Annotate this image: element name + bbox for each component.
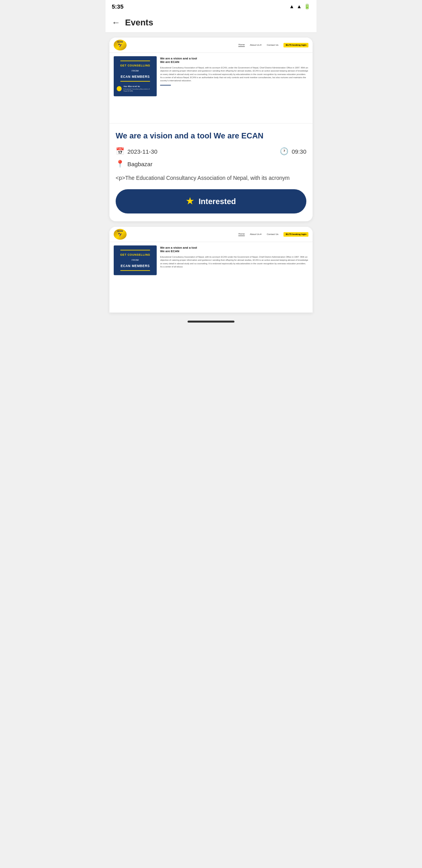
event-info-1: We are a vision and a tool We are ECAN 📅… [109, 124, 313, 221]
signal-icon: ▲ [297, 4, 302, 9]
preview-banner-2: GET COUNSELLING FROM ECAN MEMBERS [114, 246, 157, 275]
event-location-text-1: Bagbazar [127, 161, 152, 167]
event-location-1: 📍 Bagbazar [116, 160, 306, 168]
preview-desc-1: We are a vision and a toolWe are ECAN Ed… [160, 56, 309, 96]
status-time: 5:35 [112, 3, 123, 10]
clock-icon-1: 🕐 [280, 147, 288, 156]
star-icon-1: ★ [186, 196, 194, 206]
home-bar [188, 321, 234, 323]
banner-text-from-1: FROM [132, 70, 139, 72]
calendar-icon-1: 📅 [116, 147, 124, 156]
nav-links-1: Home About Us ▾ Contact Us IELTS booking… [131, 43, 309, 47]
status-icons: ▲ ▲ 🔋 [289, 4, 310, 9]
interested-button-1[interactable]: ★ Interested [116, 189, 306, 213]
logo-bird-icon: 🦅 [118, 43, 122, 47]
nav-home-1[interactable]: Home [238, 43, 245, 47]
event-meta-row-1: 📅 2023-11-30 🕐 09:30 [116, 147, 306, 156]
banner-text-get-1: GET COUNSELLING [120, 64, 150, 67]
banner-line-top-1 [120, 61, 150, 61]
event-date-text-1: 2023-11-30 [127, 148, 157, 155]
battery-icon: 🔋 [304, 4, 310, 9]
wifi-icon: ▲ [289, 4, 294, 9]
preview-desc-text-1: Educational Consultancy Association of N… [160, 66, 309, 82]
preview-content-1: GET COUNSELLING FROM ECAN MEMBERS नेपाल … [109, 53, 313, 100]
banner-logo-row-1: नेपाल शैक्षिक परामर्श संघ Educational Co… [117, 86, 154, 92]
preview-underline-1 [160, 85, 171, 86]
home-indicator [106, 317, 316, 326]
nav-links-2: Home About Us ▾ Contact Us IELTS booking… [131, 232, 309, 237]
banner-text-get-2: GET COUNSELLING [120, 253, 150, 256]
banner-line-bottom-2 [120, 270, 150, 271]
preview-banner-1: GET COUNSELLING FROM ECAN MEMBERS नेपाल … [114, 56, 157, 96]
preview-desc-text-2: Educational Consultancy Association of N… [160, 256, 309, 269]
event-title-1: We are a vision and a tool We are ECAN [116, 131, 306, 141]
banner-text-from-2: FROM [132, 259, 139, 262]
preview-content-2: GET COUNSELLING FROM ECAN MEMBERS We are… [109, 242, 313, 279]
banner-line-top-2 [120, 250, 150, 251]
interested-label-1: Interested [198, 197, 236, 206]
nav-home-2[interactable]: Home [238, 233, 245, 236]
event-time-1: 🕐 09:30 [280, 147, 306, 156]
event-card-2: ECAN 🦅 Home About Us ▾ Contact Us IELTS … [109, 227, 313, 313]
preview-nav-2: ECAN 🦅 Home About Us ▾ Contact Us IELTS … [109, 227, 313, 242]
banner-text-ecan-2: ECAN MEMBERS [121, 264, 150, 268]
page-title: Events [125, 18, 153, 28]
website-preview-2: ECAN 🦅 Home About Us ▾ Contact Us IELTS … [109, 227, 313, 313]
event-time-text-1: 09:30 [291, 148, 306, 155]
location-icon-1: 📍 [116, 160, 124, 168]
event-description-1: <p>The Educational Consultancy Associati… [116, 174, 306, 182]
app-header: ← Events [106, 13, 316, 33]
nav-contact-2[interactable]: Contact Us [267, 233, 279, 236]
banner-nepal-text-1: नेपाल शैक्षिक परामर्श संघ Educational Co… [123, 86, 154, 92]
preview-desc-2: We are a vision and a toolWe are ECAN Ed… [160, 246, 309, 275]
ecan-logo-2: ECAN 🦅 [114, 229, 127, 240]
nav-about-2[interactable]: About Us ▾ [250, 233, 262, 236]
nav-ielts-btn-1[interactable]: IELTS booking login [284, 43, 309, 47]
preview-title-1: We are a vision and a toolWe are ECAN [160, 56, 309, 64]
status-bar: 5:35 ▲ ▲ 🔋 [106, 0, 316, 13]
back-button[interactable]: ← [112, 18, 120, 28]
nav-contact-1[interactable]: Contact Us [267, 44, 279, 47]
nav-about-1[interactable]: About Us ▾ [250, 44, 262, 47]
event-card-1: ECAN 🦅 Home About Us ▾ Contact Us IELTS … [109, 38, 313, 221]
banner-small-logo-1 [117, 86, 122, 91]
website-preview-1: ECAN 🦅 Home About Us ▾ Contact Us IELTS … [109, 38, 313, 124]
logo-text: ECAN [117, 41, 123, 43]
nav-ielts-btn-2[interactable]: IELTS booking login [284, 232, 309, 237]
logo-bird-icon-2: 🦅 [118, 232, 122, 236]
events-list: ECAN 🦅 Home About Us ▾ Contact Us IELTS … [106, 33, 316, 317]
preview-title-2: We are a vision and a toolWe are ECAN [160, 246, 309, 253]
event-date-1: 📅 2023-11-30 [116, 147, 157, 156]
banner-line-bottom-1 [120, 81, 150, 82]
logo-text-2: ECAN [117, 230, 123, 233]
banner-text-ecan-1: ECAN MEMBERS [121, 75, 150, 78]
ecan-logo-1: ECAN 🦅 [114, 40, 127, 51]
preview-nav-1: ECAN 🦅 Home About Us ▾ Contact Us IELTS … [109, 38, 313, 53]
